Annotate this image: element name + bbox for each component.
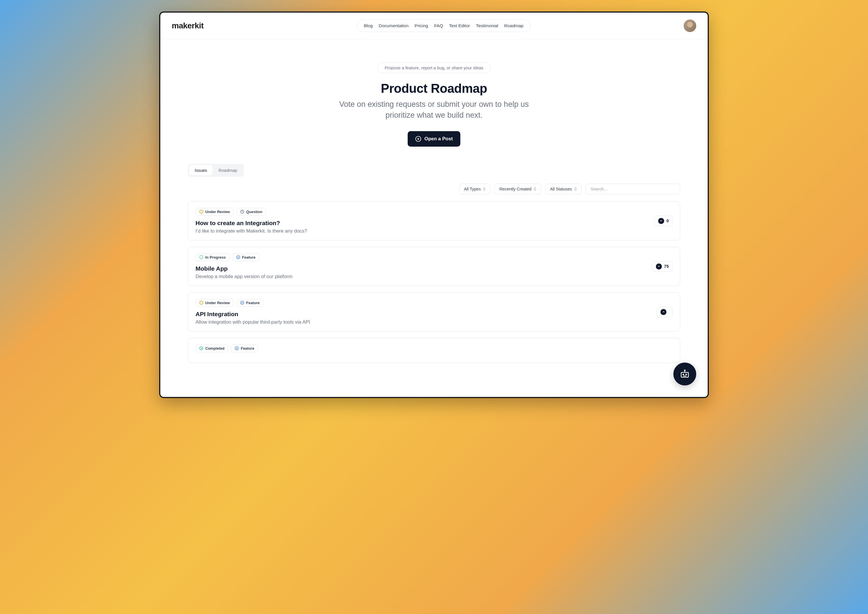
- tab-roadmap[interactable]: Roadmap: [213, 165, 243, 175]
- hero-pill: Propose a feature, report a bug, or shar…: [377, 62, 490, 73]
- card-content: Completed Feature: [195, 344, 673, 356]
- svg-point-8: [200, 256, 203, 259]
- filter-bar: All Types Recently Created All Statuses: [188, 184, 680, 194]
- svg-point-22: [685, 370, 685, 371]
- card-description: Develop a mobile app version of our plat…: [195, 274, 652, 279]
- type-label: Feature: [241, 346, 254, 350]
- vote-count: 75: [664, 264, 669, 268]
- status-label: In Progress: [205, 255, 226, 259]
- card-content: Under Review Question How to create an I…: [195, 208, 654, 234]
- status-label: Completed: [205, 346, 225, 350]
- header: makerkit Blog Documentation Pricing FAQ …: [160, 12, 708, 39]
- nav-link-blog[interactable]: Blog: [364, 23, 373, 28]
- avatar[interactable]: [684, 20, 696, 32]
- alert-circle-icon: [199, 209, 203, 214]
- card-content: Under Review Feature API Integration All…: [195, 299, 657, 325]
- help-circle-icon: [240, 209, 244, 214]
- card-content: In Progress Feature Mobile App Develop a…: [195, 253, 652, 279]
- status-badge: Under Review: [195, 208, 234, 216]
- vote-button[interactable]: 0: [654, 216, 673, 226]
- status-label: Under Review: [205, 301, 230, 305]
- loader-icon: [199, 255, 203, 259]
- hero-section: Propose a feature, report a bug, or shar…: [319, 39, 549, 164]
- badge-row: Completed Feature: [195, 344, 673, 352]
- main-nav: Blog Documentation Pricing FAQ Text Edit…: [357, 20, 531, 32]
- type-badge: Question: [236, 208, 266, 216]
- nav-link-text-editor[interactable]: Text Editor: [449, 23, 470, 28]
- filter-status-select[interactable]: All Statuses: [545, 184, 582, 194]
- svg-rect-21: [681, 372, 688, 377]
- search-input[interactable]: [586, 184, 680, 194]
- nav-link-faq[interactable]: FAQ: [434, 23, 443, 28]
- status-badge: In Progress: [195, 253, 229, 261]
- plus-circle-icon: [236, 255, 240, 259]
- type-badge: Feature: [236, 299, 264, 307]
- badge-row: Under Review Question: [195, 208, 654, 216]
- content-area: Issues Roadmap All Types Recently Create…: [176, 164, 692, 381]
- chevron-up-icon: [658, 218, 664, 224]
- issue-card[interactable]: Completed Feature: [188, 338, 680, 363]
- filter-status-label: All Statuses: [550, 187, 572, 191]
- chevron-up-icon: [660, 309, 666, 315]
- open-post-button[interactable]: Open a Post: [408, 131, 460, 147]
- filter-sort-select[interactable]: Recently Created: [494, 184, 541, 194]
- filter-type-select[interactable]: All Types: [459, 184, 491, 194]
- tab-issues[interactable]: Issues: [189, 165, 213, 175]
- plus-circle-icon: [235, 346, 239, 350]
- plus-circle-icon: [415, 136, 422, 142]
- filter-type-label: All Types: [464, 187, 481, 191]
- status-label: Under Review: [205, 209, 230, 214]
- badge-row: Under Review Feature: [195, 299, 657, 307]
- card-title: API Integration: [195, 311, 657, 318]
- status-badge: Completed: [195, 344, 228, 352]
- nav-link-documentation[interactable]: Documentation: [379, 23, 409, 28]
- page-title: Product Roadmap: [331, 81, 537, 96]
- svg-point-24: [686, 374, 687, 375]
- page-subtitle: Vote on existing requests or submit your…: [331, 99, 537, 121]
- open-post-label: Open a Post: [424, 136, 453, 142]
- chat-fab-button[interactable]: [673, 363, 696, 386]
- bot-icon: [680, 369, 690, 379]
- type-badge: Feature: [231, 344, 258, 352]
- filter-sort-label: Recently Created: [499, 187, 531, 191]
- card-description: Allow integration with popular third-par…: [195, 319, 657, 325]
- application-window: makerkit Blog Documentation Pricing FAQ …: [159, 11, 709, 398]
- svg-point-23: [683, 374, 684, 375]
- chevron-up-down-icon: [483, 187, 485, 191]
- status-badge: Under Review: [195, 299, 234, 307]
- issue-card[interactable]: Under Review Question How to create an I…: [188, 201, 680, 240]
- type-label: Feature: [246, 301, 260, 305]
- logo[interactable]: makerkit: [172, 21, 203, 30]
- vote-button[interactable]: 75: [652, 261, 673, 272]
- issue-card[interactable]: Under Review Feature API Integration All…: [188, 292, 680, 332]
- alert-circle-icon: [199, 301, 203, 305]
- card-description: I'd like to integrate with Makerkit. Is …: [195, 228, 654, 234]
- chevron-up-icon: [656, 264, 662, 270]
- nav-link-roadmap[interactable]: Roadmap: [504, 23, 523, 28]
- plus-circle-icon: [240, 301, 244, 305]
- type-label: Question: [246, 209, 262, 214]
- chevron-up-down-icon: [534, 187, 536, 191]
- card-title: How to create an Integration?: [195, 220, 654, 226]
- type-label: Feature: [242, 255, 256, 259]
- chevron-up-down-icon: [574, 187, 577, 191]
- check-circle-icon: [199, 346, 203, 350]
- vote-count: 0: [666, 219, 669, 223]
- nav-link-testimonial[interactable]: Testimonial: [476, 23, 498, 28]
- vote-button[interactable]: [657, 307, 673, 317]
- tabs: Issues Roadmap: [188, 164, 244, 177]
- nav-link-pricing[interactable]: Pricing: [415, 23, 428, 28]
- badge-row: In Progress Feature: [195, 253, 652, 261]
- issue-card[interactable]: In Progress Feature Mobile App Develop a…: [188, 247, 680, 286]
- card-title: Mobile App: [195, 265, 652, 272]
- type-badge: Feature: [232, 253, 259, 261]
